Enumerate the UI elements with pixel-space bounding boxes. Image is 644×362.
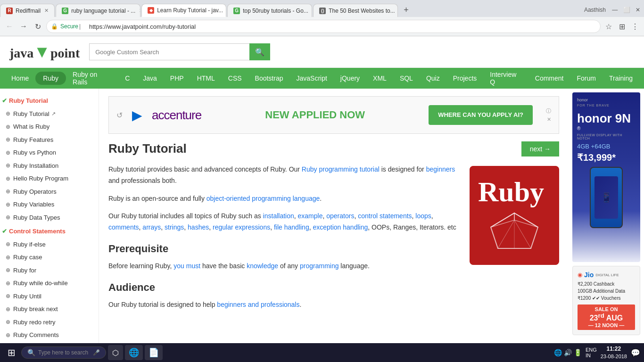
nav-ruby-on-rails[interactable]: Ruby on Rails bbox=[66, 66, 118, 90]
tab-close-1[interactable]: ✕ bbox=[44, 8, 49, 14]
nav-bootstrap[interactable]: Bootstrap bbox=[248, 70, 290, 87]
sidebar-label-ruby-operators: Ruby Operators bbox=[13, 187, 57, 197]
sidebar-item-what-is-ruby[interactable]: ⊕ What is Ruby bbox=[0, 120, 99, 133]
sidebar-item-ruby-tutorial-link[interactable]: ⊕ Ruby Tutorial ↗ bbox=[0, 107, 99, 121]
sidebar-item-ruby-break-next[interactable]: ⊕ Ruby break next bbox=[0, 303, 99, 316]
taskbar-notification-icon[interactable]: 💬 bbox=[631, 348, 640, 357]
search-button[interactable]: 🔍 bbox=[249, 43, 270, 60]
sidebar-item-ruby-redo-retry[interactable]: ⊕ Ruby redo retry bbox=[0, 316, 99, 329]
tab-top50[interactable]: G top 50ruby tutorials - Go... ✕ bbox=[227, 4, 312, 17]
nav-java[interactable]: Java bbox=[136, 70, 164, 87]
forward-button[interactable]: → bbox=[18, 21, 29, 32]
ad-close-icon[interactable]: ✕ bbox=[547, 116, 551, 123]
content-body: Ruby tutorial provides basic and advance… bbox=[108, 164, 559, 317]
taskbar-search[interactable]: 🔍 Type here to search 🎤 bbox=[21, 346, 106, 359]
link-file[interactable]: file handling bbox=[274, 223, 309, 231]
nav-php[interactable]: PHP bbox=[164, 70, 190, 87]
extensions-button[interactable]: ⊞ bbox=[617, 21, 627, 32]
tab-javatpoint[interactable]: ◆ Learn Ruby Tutorial - jav... ✕ bbox=[141, 4, 226, 17]
link-strings[interactable]: strings bbox=[165, 223, 184, 231]
bookmark-button[interactable]: ☆ bbox=[603, 21, 614, 32]
sidebar-item-ruby-vs-python[interactable]: ⊕ Ruby vs Python bbox=[0, 146, 99, 159]
page-body: ✔ Ruby Tutorial ⊕ Ruby Tutorial ↗ ⊕ What… bbox=[0, 89, 644, 362]
menu-button[interactable]: ⋮ bbox=[630, 21, 640, 32]
plus-icon: ⊕ bbox=[6, 331, 10, 339]
sidebar-item-hello-ruby[interactable]: ⊕ Hello Ruby Program bbox=[0, 172, 99, 185]
link-exception[interactable]: exception handling bbox=[313, 223, 368, 231]
nav-comment[interactable]: Comment bbox=[528, 70, 570, 87]
ad-reload-icon[interactable]: ↺ bbox=[116, 111, 123, 120]
browser-controls: ← → ↻ 🔒 Secure | ☆ ⊞ ⋮ bbox=[0, 17, 644, 36]
sidebar-item-ruby-comments[interactable]: ⊕ Ruby Comments bbox=[0, 329, 99, 342]
taskbar-item-chrome[interactable]: 🌐 bbox=[125, 345, 143, 360]
tab-best50[interactable]: {} The 50 Best Websites to... ✕ bbox=[313, 4, 398, 17]
sidebar-item-ruby-data-types[interactable]: ⊕ Ruby Data Types bbox=[0, 211, 99, 224]
jio-offer-text: ₹2,200 Cashback 100GB Additional Data ₹1… bbox=[578, 280, 635, 302]
tab-ruby-lang[interactable]: G ruby language tutorial - ... ✕ bbox=[56, 4, 140, 17]
sidebar-label-hello-ruby: Hello Ruby Program bbox=[13, 174, 68, 183]
nav-jquery[interactable]: jQuery bbox=[334, 70, 366, 87]
sidebar-item-ruby-for[interactable]: ⊕ Ruby for bbox=[0, 264, 99, 277]
nav-interview-q[interactable]: Interview Q bbox=[483, 66, 528, 90]
new-tab-button[interactable]: + bbox=[399, 5, 413, 15]
link-programming[interactable]: programming bbox=[300, 262, 339, 270]
maximize-btn[interactable]: ⬜ bbox=[623, 7, 630, 13]
nav-projects[interactable]: Projects bbox=[446, 70, 484, 87]
back-button[interactable]: ← bbox=[4, 21, 15, 32]
nav-html[interactable]: HTML bbox=[190, 70, 222, 87]
plus-icon: ⊕ bbox=[6, 135, 10, 144]
nav-css[interactable]: CSS bbox=[222, 70, 248, 87]
sidebar-item-ruby-features[interactable]: ⊕ Ruby Features bbox=[0, 133, 99, 147]
cortana-icon: ⬡ bbox=[112, 348, 119, 357]
link-control[interactable]: control statements bbox=[358, 212, 412, 220]
link-hashes[interactable]: hashes bbox=[188, 223, 209, 231]
nav-home[interactable]: Home bbox=[5, 70, 35, 87]
link-regex[interactable]: regular expressions bbox=[213, 223, 270, 231]
nav-javascript[interactable]: JavaScript bbox=[290, 70, 334, 87]
taskbar-mic-icon[interactable]: 🎤 bbox=[93, 349, 100, 356]
nav-forum[interactable]: Forum bbox=[570, 70, 602, 87]
link-beginners[interactable]: beginners bbox=[426, 165, 455, 173]
link-must[interactable]: you must bbox=[173, 262, 200, 270]
taskbar-lang: ENG IN bbox=[586, 347, 597, 358]
plus-icon: ⊕ bbox=[6, 292, 10, 300]
url-input[interactable] bbox=[46, 20, 601, 33]
minimize-btn[interactable]: — bbox=[612, 7, 618, 13]
link-arrays[interactable]: arrays bbox=[142, 223, 161, 231]
para1: Ruby tutorial provides basic and advance… bbox=[108, 164, 460, 187]
next-button[interactable]: next → bbox=[521, 141, 559, 156]
link-knowledge[interactable]: knowledge bbox=[247, 262, 278, 270]
taskbar-item-word[interactable]: 📄 bbox=[145, 345, 163, 360]
tab-close-2[interactable]: ✕ bbox=[139, 8, 140, 14]
reload-button[interactable]: ↻ bbox=[32, 21, 43, 32]
link-object-oriented[interactable]: object-oriented programming language bbox=[206, 195, 320, 202]
ad-info-icon[interactable]: ⓘ bbox=[546, 107, 551, 115]
sidebar-item-ruby-operators[interactable]: ⊕ Ruby Operators bbox=[0, 185, 99, 198]
nav-ruby[interactable]: Ruby bbox=[35, 72, 66, 85]
sidebar-item-ruby-case[interactable]: ⊕ Ruby case bbox=[0, 251, 99, 264]
nav-quiz[interactable]: Quiz bbox=[420, 70, 446, 87]
link-ruby-programming[interactable]: Ruby programming tutorial bbox=[302, 165, 380, 173]
nav-xml[interactable]: XML bbox=[366, 70, 393, 87]
close-btn[interactable]: ✕ bbox=[636, 7, 640, 13]
sidebar-item-ruby-variables[interactable]: ⊕ Ruby Variables bbox=[0, 198, 99, 211]
link-loops[interactable]: loops bbox=[415, 212, 431, 220]
search-input[interactable] bbox=[89, 43, 249, 60]
sidebar-item-ruby-until[interactable]: ⊕ Ruby Until bbox=[0, 290, 99, 303]
link-example[interactable]: example bbox=[298, 212, 323, 220]
nav-c[interactable]: C bbox=[118, 70, 136, 87]
nav-sql[interactable]: SQL bbox=[393, 70, 420, 87]
start-button[interactable]: ⊞ bbox=[4, 347, 19, 358]
sidebar-item-ruby-while[interactable]: ⊕ Ruby while do-while bbox=[0, 277, 99, 290]
taskbar-volume-icon: 🔊 bbox=[564, 349, 572, 356]
sidebar-item-ruby-if-else[interactable]: ⊕ Ruby if-else bbox=[0, 238, 99, 251]
link-operators[interactable]: operators bbox=[326, 212, 354, 220]
tab-rediffmail[interactable]: R Rediffmail ✕ bbox=[0, 4, 55, 17]
link-beginners-prof[interactable]: beginners and professionals bbox=[217, 301, 299, 308]
link-comments[interactable]: comments bbox=[108, 223, 139, 231]
chrome-icon: 🌐 bbox=[129, 347, 139, 358]
link-installation[interactable]: installation bbox=[263, 212, 294, 220]
nav-training[interactable]: Training bbox=[603, 70, 639, 87]
sidebar-item-ruby-installation[interactable]: ⊕ Ruby Installation bbox=[0, 159, 99, 173]
taskbar-item-cortana[interactable]: ⬡ bbox=[108, 345, 123, 360]
